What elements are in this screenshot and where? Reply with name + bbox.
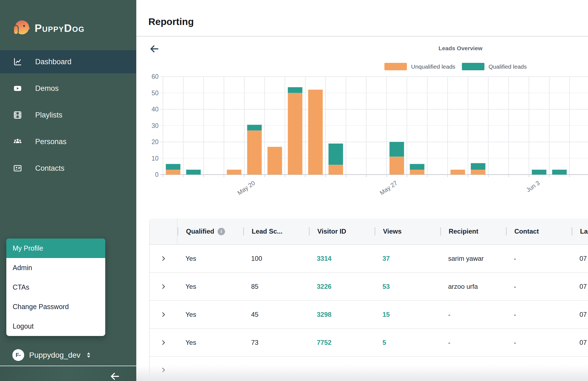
cell-lead_score: 100 [243,255,308,262]
sidebar: PuppyDog DashboardDemosPlaylistsPersonas… [0,0,136,381]
column-header-la: La [572,218,588,244]
leads-table: QualifiediLead Sc...Visitor IDViewsRecip… [149,218,588,381]
bar-unqualified-May 23 [308,90,323,175]
cell-recipient: - [440,339,505,346]
table-header-row: QualifiediLead Sc...Visitor IDViewsRecip… [150,218,588,245]
table-row: Yes45329815--07 [150,301,588,329]
bar-qualified-May 16 [166,164,181,170]
cell-contact: - [505,283,571,290]
cell-qualified: Yes [177,311,243,318]
bar-qualified-May 28 [410,164,425,170]
table-row: Yes100331437sarim yawar-07 [150,245,588,273]
column-separator [572,227,572,236]
sidebar-item-dashboard[interactable]: Dashboard [0,50,136,73]
x-tick-May 20: May 20 [236,180,256,197]
cell-lead_score: 85 [243,283,308,290]
logo[interactable]: PuppyDog [12,19,85,38]
column-header-label: Visitor ID [317,228,346,235]
y-tick-60: 60 [151,73,159,80]
cell-contact: - [505,339,571,346]
column-header-label: Recipient [449,228,478,235]
column-separator [177,227,178,236]
chevron-right-icon[interactable] [160,255,167,262]
column-separator [243,227,244,236]
column-header-qualified: Qualifiedi [177,218,243,244]
chevron-right-icon[interactable] [160,283,167,290]
cell-visitor_id[interactable]: 3314 [308,255,374,262]
puppydog-logo-icon [12,19,31,38]
cell-last: 07 [571,255,588,262]
main-content: Reporting Leads Overview Unqualified lea… [136,0,588,381]
cell-qualified: Yes [177,255,243,262]
menu-item-ctas[interactable]: CTAs [6,278,105,297]
cell-visitor_id[interactable]: 7752 [308,339,374,346]
cell-views[interactable]: 53 [374,283,440,290]
cell-views[interactable]: 37 [374,255,440,262]
column-header-recipient: Recipient [440,218,506,244]
cell-views[interactable]: 5 [374,339,440,346]
menu-item-my-profile[interactable]: My Profile [6,239,105,258]
logo-text: PuppyDog [35,22,85,34]
user-name[interactable]: Puppydog_dev [29,351,81,360]
column-header-contact: Contact [506,218,572,244]
cell-qualified: Yes [177,339,243,346]
sidebar-nav: DashboardDemosPlaylistsPersonasContacts [0,50,136,183]
bar-qualified-May 31 [471,163,486,170]
collapse-sidebar-arrow-icon[interactable] [109,371,120,381]
column-separator [375,227,375,236]
avatar[interactable]: F- [12,349,24,361]
bar-qualified-May 20 [247,125,262,131]
chevron-right-icon[interactable] [160,339,167,346]
bar-qualified-May 27 [390,142,404,157]
menu-item-change-password[interactable]: Change Password [6,297,105,316]
y-tick-40: 40 [151,106,159,113]
cell-lead_score: 73 [243,339,308,346]
column-header-label: Lead Sc... [252,228,282,235]
sidebar-item-playlists[interactable]: Playlists [0,103,136,127]
y-tick-50: 50 [151,89,159,97]
cell-contact: - [505,255,571,262]
column-header-lead-sc-: Lead Sc... [243,218,309,244]
header-divider [136,36,588,37]
cell-views[interactable]: 15 [374,311,440,318]
cell-visitor_id[interactable]: 3298 [308,311,374,318]
column-header-label: Contact [514,228,539,235]
info-icon[interactable]: i [218,228,225,235]
chevron-up-down-icon[interactable] [85,351,92,359]
column-separator [309,227,310,236]
sidebar-item-demos[interactable]: Demos [0,77,136,100]
menu-item-logout[interactable]: Logout [6,316,105,336]
menu-item-admin[interactable]: Admin [6,258,105,278]
bar-unqualified-May 28 [410,170,425,175]
cell-last: 07 [571,283,588,290]
youtube-icon [13,84,22,93]
sidebar-item-label: Personas [35,138,66,146]
contact-card-icon [13,164,22,173]
chevron-right-icon[interactable] [160,366,167,374]
back-arrow-icon[interactable] [149,43,160,54]
bar-unqualified-May 22 [288,93,303,175]
bar-unqualified-May 20 [247,130,262,175]
bar-qualified-Jun 4 [552,170,567,175]
table-row: Yes7377525--07 [150,329,588,357]
bar-unqualified-May 16 [166,170,181,175]
cell-last: 07 [571,311,588,318]
y-tick-0: 0 [155,171,159,178]
cell-visitor_id[interactable]: 3226 [308,283,374,290]
expander-column-header [150,218,177,244]
sidebar-item-contacts[interactable]: Contacts [0,157,136,180]
sidebar-item-label: Demos [35,84,59,93]
profile-popup-menu: My ProfileAdminCTAsChange PasswordLogout [6,239,105,336]
cell-recipient: arzoo urfa [440,283,505,290]
user-row[interactable]: F- Puppydog_dev [12,349,92,361]
sidebar-item-personas[interactable]: Personas [0,130,136,153]
y-tick-30: 30 [151,122,159,129]
column-header-label: Views [383,228,402,235]
bar-unqualified-May 19 [227,170,242,175]
table-row: Yes85322653arzoo urfa-07 [150,273,588,301]
column-header-label: La [580,228,588,235]
sidebar-item-label: Dashboard [35,58,71,66]
chevron-right-icon[interactable] [160,311,167,318]
cell-last: 07 [571,339,588,346]
cell-recipient: sarim yawar [440,255,505,262]
